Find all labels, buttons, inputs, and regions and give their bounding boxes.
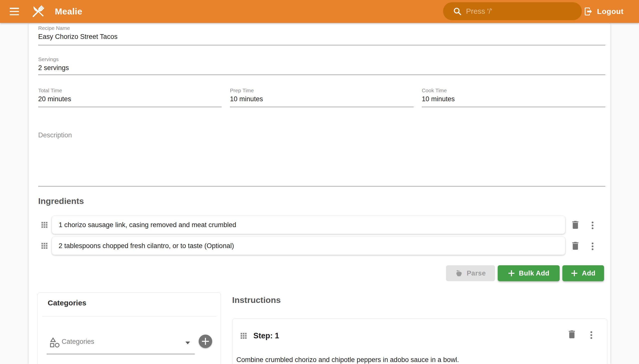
plus-icon — [508, 270, 515, 277]
silverware-logo-icon — [30, 4, 46, 20]
kebab-icon — [586, 330, 596, 340]
cook-time-field[interactable]: Cook Time 10 minutes — [422, 87, 605, 107]
logout-icon — [584, 7, 593, 16]
ingredients-heading: Ingredients — [38, 196, 84, 206]
prep-time-label: Prep Time — [230, 87, 413, 94]
recipe-name-label: Recipe Name — [38, 25, 605, 32]
categories-title: Categories — [48, 299, 86, 307]
menu-icon[interactable] — [10, 8, 19, 15]
recipe-editor-page: Recipe Name Easy Chorizo Street Tacos Se… — [0, 23, 639, 364]
trash-icon — [570, 220, 581, 230]
logout-label: Logout — [597, 7, 623, 16]
trash-icon — [567, 329, 577, 340]
ingredient-menu-button[interactable] — [587, 220, 598, 231]
delete-ingredient-button[interactable] — [570, 240, 581, 251]
recipe-editor-card: Recipe Name Easy Chorizo Street Tacos Se… — [29, 23, 610, 364]
add-ingredient-button[interactable]: Add — [562, 265, 604, 281]
prep-time-field[interactable]: Prep Time 10 minutes — [230, 87, 413, 107]
cook-time-value[interactable]: 10 minutes — [422, 94, 605, 104]
parse-label: Parse — [467, 270, 486, 277]
cook-time-label: Cook Time — [422, 87, 605, 94]
step-text-input[interactable]: Combine crumbled chorizo and chipotle pe… — [236, 355, 459, 364]
times-row: Total Time 20 minutes Prep Time 10 minut… — [38, 87, 605, 107]
categories-select[interactable]: Categories — [62, 338, 94, 345]
categories-card: Categories Categories — [38, 292, 221, 364]
description-textarea[interactable]: Description — [38, 131, 605, 186]
instructions-heading: Instructions — [232, 295, 281, 305]
ingredient-text[interactable]: 1 chorizo sausage link, casing removed a… — [52, 221, 236, 229]
parse-button[interactable]: Parse — [446, 265, 495, 281]
drag-handle-icon[interactable] — [41, 242, 48, 250]
select-underline — [47, 354, 195, 354]
ingredient-row: 2 tablespoons chopped fresh cilantro, or… — [29, 236, 610, 255]
total-time-field[interactable]: Total Time 20 minutes — [38, 87, 222, 107]
total-time-label: Total Time — [38, 87, 222, 94]
prep-time-value[interactable]: 10 minutes — [230, 94, 413, 104]
delete-ingredient-button[interactable] — [570, 220, 581, 230]
ingredient-menu-button[interactable] — [587, 241, 598, 252]
description-label: Description — [38, 131, 605, 139]
apple-icon — [455, 270, 463, 277]
ingredient-input[interactable]: 2 tablespoons chopped fresh cilantro, or… — [52, 237, 565, 255]
add-label: Add — [582, 270, 595, 277]
servings-label: Servings — [38, 56, 605, 62]
recipe-name-value[interactable]: Easy Chorizo Street Tacos — [38, 32, 605, 42]
total-time-value[interactable]: 20 minutes — [38, 94, 222, 104]
bulk-add-label: Bulk Add — [519, 270, 549, 277]
divider — [43, 316, 217, 317]
drag-handle-icon[interactable] — [41, 221, 48, 228]
ingredient-actions: Parse Bulk Add Add — [29, 265, 604, 281]
drag-handle-icon[interactable] — [240, 332, 247, 340]
step-menu-button[interactable] — [586, 330, 597, 340]
app-header: Mealie Logout — [0, 0, 639, 23]
search-bar[interactable] — [443, 2, 582, 20]
logout-button[interactable]: Logout — [584, 4, 623, 18]
kebab-icon — [588, 241, 597, 251]
search-icon — [453, 6, 462, 16]
step-title: Step: 1 — [253, 331, 279, 340]
app-title: Mealie — [55, 6, 82, 16]
servings-value[interactable]: 2 servings — [38, 62, 605, 73]
chevron-down-icon[interactable] — [185, 342, 190, 344]
step-card: Step: 1 Combine crumbled chorizo and chi… — [232, 318, 607, 364]
delete-step-button[interactable] — [566, 329, 577, 340]
ingredient-row: 1 chorizo sausage link, casing removed a… — [29, 216, 610, 234]
kebab-icon — [588, 220, 597, 230]
ingredient-input[interactable]: 1 chorizo sausage link, casing removed a… — [52, 216, 565, 234]
bulk-add-button[interactable]: Bulk Add — [498, 265, 560, 281]
shapes-icon — [49, 337, 60, 348]
search-input[interactable] — [466, 2, 582, 20]
trash-icon — [570, 240, 581, 251]
plus-icon — [571, 270, 578, 277]
servings-field[interactable]: Servings 2 servings — [38, 56, 605, 75]
ingredient-text[interactable]: 2 tablespoons chopped fresh cilantro, or… — [52, 242, 234, 250]
add-category-button[interactable] — [199, 334, 212, 348]
recipe-name-field[interactable]: Recipe Name Easy Chorizo Street Tacos — [38, 25, 605, 46]
